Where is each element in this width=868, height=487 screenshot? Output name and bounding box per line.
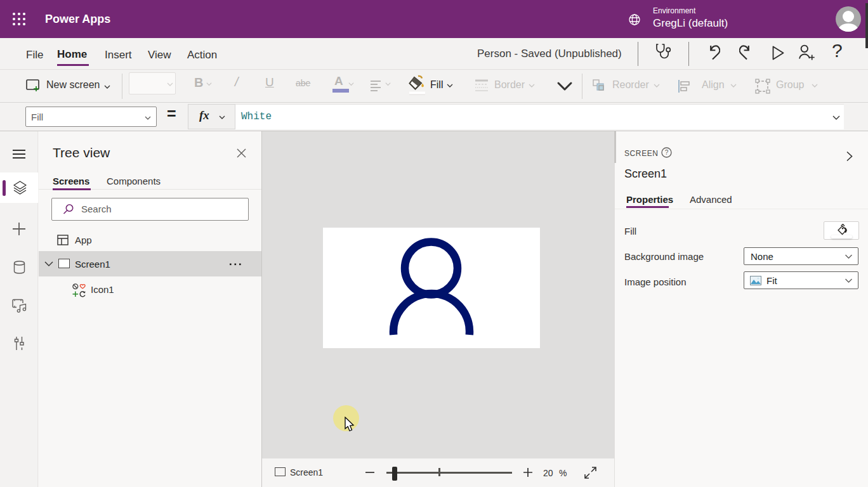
svg-text:?: ? — [665, 149, 669, 156]
